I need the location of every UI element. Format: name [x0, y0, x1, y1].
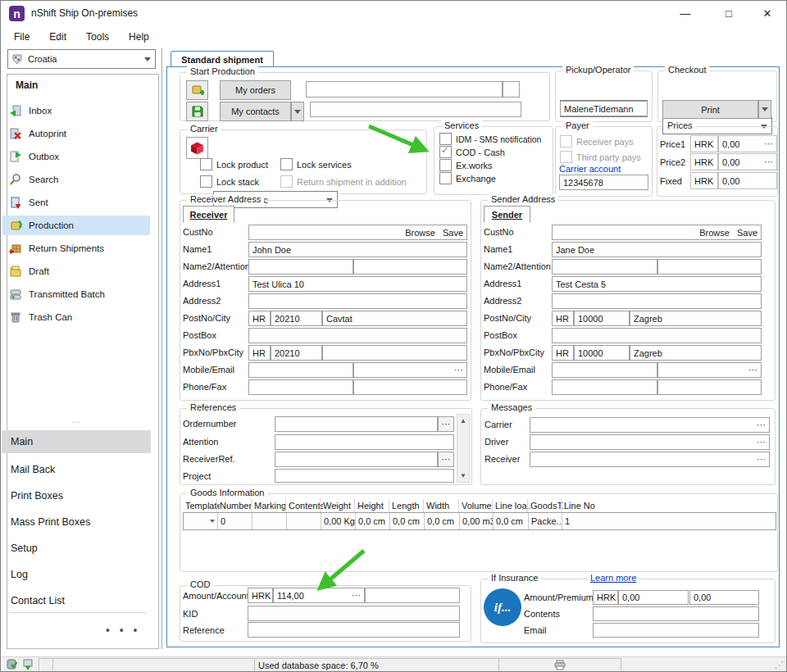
receiverref-browse-button[interactable]: [438, 452, 454, 467]
cod-kid-input[interactable]: [248, 606, 460, 621]
sidebar-more-button[interactable]: [106, 624, 140, 637]
lock-stack-checkbox[interactable]: Lock stack: [200, 175, 259, 188]
save-link[interactable]: Save: [737, 228, 757, 238]
tab-standard-shipment[interactable]: Standard shipment: [171, 51, 274, 67]
menu-file[interactable]: File: [11, 29, 33, 45]
operator-input[interactable]: MaleneTidemann: [560, 101, 648, 116]
maximize-button[interactable]: □: [712, 4, 745, 22]
lock-product-checkbox[interactable]: Lock product: [200, 158, 268, 170]
sidebar-item-trash-can[interactable]: Trash Can: [2, 307, 150, 327]
fixed-input[interactable]: 0,00: [718, 172, 777, 189]
save-link[interactable]: Save: [443, 228, 463, 238]
sender-postbox-input[interactable]: [552, 328, 762, 343]
ellipsis-icon[interactable]: [757, 420, 766, 430]
service-idm-sms[interactable]: IDM - SMS notification: [439, 133, 541, 145]
order-search-input[interactable]: [306, 81, 503, 98]
sender-name1-input[interactable]: Jane Doe: [552, 242, 762, 257]
lock-services-checkbox[interactable]: Lock services: [280, 158, 352, 170]
sender-phone-input[interactable]: [552, 379, 657, 395]
carrier-logo-button[interactable]: [186, 137, 208, 159]
height-cell[interactable]: 0,0 cm: [356, 513, 390, 529]
sender-city-input[interactable]: Zagreb: [630, 311, 762, 326]
receiver-address2-input[interactable]: [248, 293, 467, 309]
sender-name2-input[interactable]: [552, 259, 657, 275]
goodstype-select[interactable]: Packe...: [529, 513, 562, 529]
browse-link[interactable]: Browse: [699, 228, 730, 238]
nav-item-setup[interactable]: Setup: [2, 537, 151, 560]
cod-reference-input[interactable]: [248, 622, 460, 638]
insurance-premium-input[interactable]: 0,00: [689, 590, 759, 605]
receiver-postbox-input[interactable]: [248, 328, 467, 343]
sidebar-item-inbox[interactable]: Inbox: [2, 101, 150, 120]
receiver-attention-input[interactable]: [353, 259, 467, 275]
marking-cell[interactable]: [252, 513, 287, 529]
contents-cell[interactable]: [287, 513, 321, 529]
receiverref-input[interactable]: [275, 452, 438, 467]
print-button[interactable]: Print: [662, 100, 758, 119]
references-scrollbar[interactable]: ▲ ▼: [457, 414, 470, 483]
insurance-contents-input[interactable]: [593, 606, 759, 621]
sender-pbx-city-input[interactable]: Zagreb: [630, 345, 762, 361]
sidebar-item-outbox[interactable]: Outbox: [2, 147, 150, 166]
checkbox[interactable]: [280, 158, 293, 170]
checkbox[interactable]: [439, 133, 452, 145]
sidebar-item-production[interactable]: Production: [2, 216, 150, 235]
volume-cell[interactable]: 0,00 m3: [460, 513, 494, 529]
weight-cell[interactable]: 0,00 Kg: [321, 513, 356, 529]
contact-search-input[interactable]: [310, 102, 521, 117]
length-cell[interactable]: 0,0 cm: [390, 513, 425, 529]
sidebar-grip[interactable]: [1, 415, 152, 425]
insurance-email-input[interactable]: [593, 623, 759, 638]
print-dropdown[interactable]: [758, 100, 771, 119]
receiver-mobile-input[interactable]: [248, 362, 353, 378]
lineload-cell[interactable]: 0,0 cm: [494, 513, 529, 529]
cod-amount-input[interactable]: 114,00: [273, 588, 365, 603]
scroll-down-icon[interactable]: ▼: [457, 470, 469, 482]
sender-custno-input[interactable]: BrowseSave: [552, 225, 762, 240]
sender-postno-input[interactable]: 10000: [574, 311, 630, 326]
sender-pbx-postno-input[interactable]: 10000: [574, 345, 630, 361]
receiver-pbx-country-input[interactable]: HR: [248, 345, 271, 361]
receiver-email-input[interactable]: [353, 362, 467, 378]
ellipsis-icon[interactable]: [748, 365, 757, 375]
goods-data-row[interactable]: 0 0,00 Kg 0,0 cm 0,0 cm 0,0 cm 0,00 m3 0…: [183, 512, 776, 530]
browse-link[interactable]: Browse: [405, 228, 435, 238]
my-contacts-dropdown[interactable]: [291, 102, 304, 121]
nav-item-mail-back[interactable]: Mail Back: [2, 458, 151, 481]
save-shipment-button[interactable]: [186, 102, 208, 121]
menu-tools[interactable]: Tools: [83, 29, 112, 45]
message-driver-input[interactable]: [530, 434, 770, 450]
sender-address1-input[interactable]: Test Cesta 5: [552, 276, 762, 292]
templates-select[interactable]: [184, 513, 218, 529]
my-contacts-button[interactable]: My contacts: [220, 102, 291, 121]
number-cell[interactable]: 0: [218, 513, 252, 529]
nav-item-main[interactable]: Main: [2, 430, 151, 453]
receiver-pbx-postno-input[interactable]: 20210: [271, 345, 322, 361]
checkbox[interactable]: [200, 175, 212, 188]
minimize-button[interactable]: —: [669, 4, 702, 22]
receiver-tab-button[interactable]: Receiver: [183, 206, 234, 223]
sidebar-item-sent[interactable]: Sent: [2, 193, 150, 212]
ellipsis-icon[interactable]: [352, 590, 361, 601]
checkbox[interactable]: [439, 146, 452, 158]
country-selector[interactable]: Croatia: [7, 49, 156, 69]
menu-edit[interactable]: Edit: [46, 29, 70, 45]
checkbox[interactable]: [439, 159, 452, 171]
checkbox[interactable]: [200, 158, 212, 170]
receiver-name1-input[interactable]: John Doe: [248, 242, 467, 257]
receiver-phone-input[interactable]: [248, 379, 353, 395]
receiver-name2-input[interactable]: [248, 259, 353, 275]
nav-item-contact-list[interactable]: Contact List: [2, 589, 151, 612]
cod-account-input[interactable]: [365, 588, 460, 603]
nav-item-log[interactable]: Log: [2, 563, 151, 586]
learn-more-link[interactable]: Learn more: [588, 573, 639, 583]
sender-attention-input[interactable]: [657, 259, 762, 275]
message-carrier-input[interactable]: [530, 417, 770, 433]
resize-grip[interactable]: ⋰: [775, 660, 784, 670]
ordernumber-input[interactable]: [275, 416, 438, 432]
message-receiver-input[interactable]: [530, 452, 770, 467]
ordernumber-browse-button[interactable]: [438, 416, 454, 432]
ellipsis-icon[interactable]: [764, 138, 773, 149]
project-input[interactable]: [275, 469, 454, 483]
ellipsis-icon[interactable]: [764, 157, 773, 167]
